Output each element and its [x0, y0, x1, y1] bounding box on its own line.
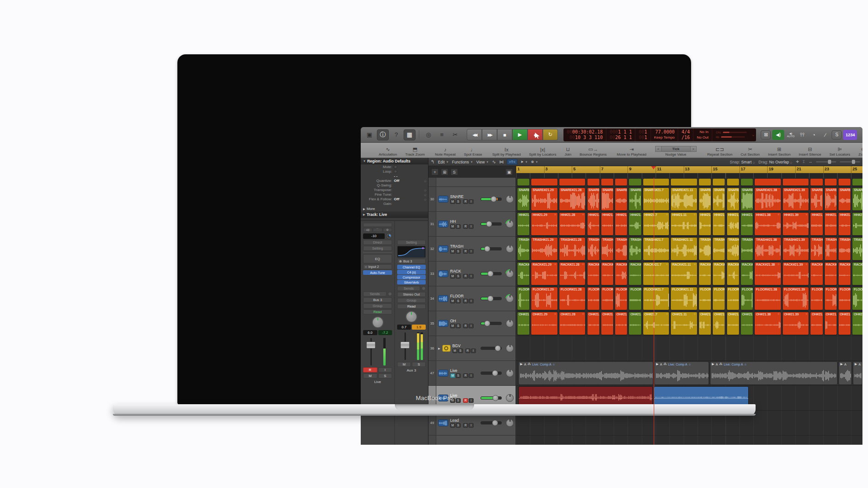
region-oh#21.39[interactable]: OH#21.39○ [782, 312, 809, 335]
region-hh#2[interactable]: HH#2 [852, 212, 862, 236]
inspector-row-transpose-[interactable]: Transpose:◇ [361, 187, 428, 192]
region-clip[interactable] [838, 178, 851, 186]
playhead-marker[interactable] [651, 166, 656, 172]
region-trash[interactable]: TRASH [727, 237, 739, 261]
region-rack#2[interactable]: RACK#2 [628, 262, 641, 285]
region-hh#21.11[interactable]: HH#21.11○ [670, 212, 698, 236]
lcd-segment[interactable]: No InNo Out [693, 128, 712, 141]
toolbar-item-set-locators[interactable]: ⊫Set Locators [825, 145, 854, 157]
volume-thumb[interactable] [492, 370, 498, 376]
track-header-47[interactable]: LiveMSRI [436, 361, 516, 386]
record-enable-button[interactable]: R [465, 349, 470, 353]
region-clip[interactable] [615, 178, 628, 186]
catch-playhead-button[interactable]: >T< [507, 159, 517, 165]
playhead-line[interactable] [654, 178, 654, 445]
lcd-display[interactable]: 0000:30:02.180010 3 3 1100001 1 10026 1 … [563, 128, 756, 141]
take-region[interactable]: ▶A⁂Live: Comp A○ [710, 361, 838, 385]
eq-thumbnail[interactable] [397, 246, 426, 258]
input-monitor-button[interactable]: I [469, 224, 474, 229]
region-floor#21.7[interactable]: FLOOR#21.7 [643, 287, 670, 310]
region-snare#21.28[interactable]: SNARE#21.28 [559, 187, 586, 211]
region-floor#[interactable]: FLOOR# [740, 287, 753, 310]
region-oh#21.[interactable]: OH#21. [727, 312, 739, 335]
library-toggle-button[interactable]: ▣ [364, 129, 375, 140]
zoom-mini-icon-1[interactable]: ⌶ [803, 160, 805, 164]
region-rack[interactable]: RACK [852, 262, 862, 285]
region-hh#21.[interactable]: HH#21. [838, 212, 851, 236]
region-clip[interactable] [643, 178, 670, 186]
region-snare#21.7[interactable]: SNARE#21.7 [643, 187, 670, 211]
stepper-icon[interactable]: ◇ [424, 179, 426, 182]
solo-button[interactable]: S [456, 274, 461, 279]
toolbar-item-insert-silence[interactable]: ⊟Insert Silence [795, 145, 825, 157]
record-enable-button[interactable]: R [463, 324, 468, 328]
input-output-slot[interactable]: ○Input 2 [363, 264, 392, 269]
region-clip[interactable] [517, 178, 530, 186]
take-comp-icon[interactable]: ⁂ [663, 362, 667, 366]
region-clip[interactable] [754, 178, 781, 186]
slider-thumb[interactable] [852, 160, 855, 164]
mute-button[interactable]: M [450, 423, 455, 428]
solo-button[interactable]: S [456, 299, 461, 303]
take-comp-icon[interactable]: ⁂ [528, 362, 531, 366]
toolbar-item-join[interactable]: ⊔Join [560, 145, 575, 157]
region-floor#21.11[interactable]: FLOOR#21.11 [670, 287, 698, 310]
volume-slider[interactable] [481, 297, 502, 300]
region-rack#[interactable]: RACK# [615, 262, 628, 285]
volume-slider[interactable] [481, 347, 502, 350]
zoom-mini-icon-0[interactable]: ✛ [796, 160, 799, 164]
setting-button[interactable]: Setting [397, 240, 426, 245]
region-rack#[interactable]: RACK# [712, 262, 725, 285]
mute-button[interactable]: M [450, 249, 455, 254]
region-oh#21.[interactable]: OH#21. [712, 312, 725, 335]
region-floor[interactable]: FLOOR [601, 287, 614, 310]
record-button[interactable]: ● [528, 129, 543, 140]
solo-button[interactable]: S [456, 324, 461, 328]
region-snare[interactable]: SNARE [824, 187, 837, 211]
volume-slider[interactable] [481, 372, 502, 375]
region-trash[interactable]: TRASH [810, 237, 823, 261]
inspector-row-quantize-[interactable]: Quantize:Off◇ [361, 178, 428, 183]
pan-knob[interactable] [506, 344, 514, 352]
record-enable-button[interactable]: R [463, 199, 468, 204]
region-oh#21.[interactable]: OH#21. [628, 312, 641, 335]
record-enable-button[interactable]: R [363, 367, 377, 372]
region-trash[interactable]: TRASH [712, 237, 725, 261]
region-rack#21.29[interactable]: RACK#21.29○ [531, 262, 558, 285]
region-oh#21.38[interactable]: OH#21.38○ [754, 312, 781, 335]
region-oh#21.[interactable]: OH#21. [615, 312, 628, 335]
volume-thumb[interactable] [492, 420, 498, 426]
region-floor#[interactable]: FLOOR# [628, 287, 641, 310]
record-enable-button[interactable]: R [463, 373, 468, 378]
region-floo[interactable]: FLOO [852, 287, 862, 310]
solo-button[interactable]: S [456, 423, 461, 428]
pan-knob[interactable] [372, 316, 384, 328]
region-trash[interactable]: TRASH [628, 237, 641, 261]
lane-partial[interactable] [516, 178, 862, 187]
region-rack#21.38[interactable]: RACK#21.38○ [754, 262, 781, 285]
input-output-slot[interactable]: ⊕Bus 3 [397, 259, 426, 264]
take-play-icon[interactable]: ▶ [656, 362, 658, 366]
solo-button[interactable]: S [458, 349, 463, 353]
mute-button[interactable]: M [450, 199, 455, 204]
region-rack#2[interactable]: RACK#2 [587, 262, 600, 285]
region-trash[interactable]: TRASH [601, 237, 614, 261]
region-rack#21.7[interactable]: RACK#21.7○ [643, 262, 670, 285]
region-clip[interactable] [628, 178, 641, 186]
input-monitor-button[interactable]: I [469, 324, 474, 328]
toolbar-toggle-button[interactable]: ▦ [404, 129, 416, 140]
region-trash[interactable]: TRASH [838, 237, 851, 261]
region-oh#21.11[interactable]: OH#21.11○ [670, 312, 698, 335]
mute-button[interactable]: M [450, 274, 455, 279]
lane-33[interactable]: RACK#RACK#21.29○RACK#21.28○RACK#2RACK#RA… [516, 261, 862, 286]
region-hh#21.29[interactable]: HH#21.29○ [531, 212, 558, 236]
region-snare#[interactable]: SNARE# [628, 187, 641, 211]
input-monitor-button[interactable]: I [469, 423, 474, 428]
region-snare[interactable]: SNARE [615, 187, 628, 211]
take-play-icon[interactable]: ▶ [520, 362, 522, 366]
region-oh#21.28[interactable]: OH#21.28○ [559, 312, 586, 335]
sends-button[interactable]: Sends [397, 286, 420, 291]
inspector-row-gain-[interactable]: Gain: [361, 201, 428, 206]
region-hh#21.39[interactable]: HH#21.39○ [782, 212, 809, 236]
region-clip[interactable] [824, 178, 837, 186]
